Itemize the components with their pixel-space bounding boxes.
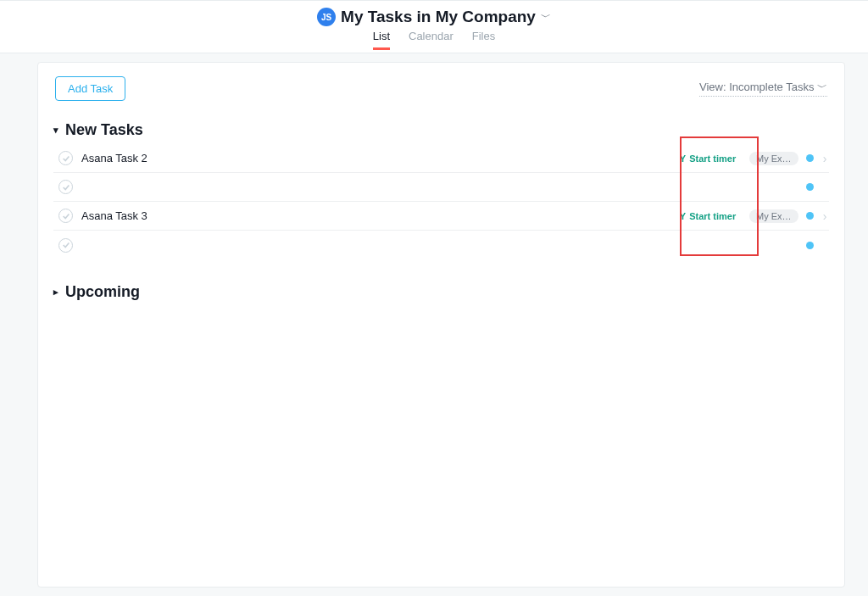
- main-panel: Add Task View: Incomplete Tasks ﹀ ▾ New …: [37, 62, 845, 588]
- view-selector[interactable]: View: Incomplete Tasks ﹀: [699, 81, 827, 97]
- status-dot-col: [805, 212, 814, 220]
- task-row-right: ›: [709, 231, 829, 259]
- task-row[interactable]: Asana Task 2 Y Start timer My Extern... …: [53, 144, 829, 173]
- tab-files[interactable]: Files: [472, 30, 495, 50]
- view-selector-label: View: Incomplete Tasks: [699, 81, 817, 93]
- task-row[interactable]: ›: [53, 231, 829, 259]
- caret-down-icon: ▾: [53, 125, 62, 136]
- task-row-right: Y Start timer My Extern... ›: [673, 144, 829, 172]
- chevron-down-icon: ﹀: [817, 81, 827, 93]
- page-title[interactable]: My Tasks in My Company: [341, 8, 536, 26]
- section-upcoming-header[interactable]: ▸ Upcoming: [53, 283, 829, 301]
- title-row: JS My Tasks in My Company ﹀: [317, 8, 551, 26]
- task-row-right: Y Start timer My Extern... ›: [673, 202, 829, 230]
- chevron-right-icon[interactable]: ›: [821, 152, 829, 165]
- chevron-down-icon[interactable]: ﹀: [541, 10, 551, 25]
- section-title: Upcoming: [65, 283, 140, 301]
- tabs: List Calendar Files: [373, 30, 495, 50]
- status-dot-col: [805, 242, 814, 249]
- complete-toggle[interactable]: [58, 238, 73, 253]
- start-timer-button[interactable]: Y Start timer: [673, 211, 743, 221]
- top-header: JS My Tasks in My Company ﹀ List Calenda…: [0, 0, 868, 53]
- task-row[interactable]: Asana Task 3 Y Start timer My Extern... …: [53, 202, 829, 231]
- status-dot-col: [805, 183, 814, 191]
- new-tasks-list: Asana Task 2 Y Start timer My Extern... …: [53, 144, 829, 259]
- status-dot: [806, 154, 814, 162]
- toolbar: Add Task View: Incomplete Tasks ﹀: [53, 76, 829, 101]
- check-icon: [62, 241, 70, 249]
- avatar[interactable]: JS: [317, 8, 336, 26]
- section-title: New Tasks: [65, 121, 143, 139]
- complete-toggle[interactable]: [58, 151, 73, 165]
- project-pill[interactable]: My Extern...: [749, 209, 798, 223]
- check-icon: [62, 154, 70, 163]
- project-pill[interactable]: My Extern...: [749, 152, 798, 165]
- check-icon: [62, 212, 70, 220]
- start-timer-button[interactable]: Y Start timer: [673, 153, 743, 164]
- caret-right-icon: ▸: [53, 287, 62, 298]
- task-row-right: ›: [709, 173, 829, 201]
- chevron-right-icon[interactable]: ›: [821, 209, 829, 223]
- timer-label: Start timer: [689, 153, 736, 164]
- tab-calendar[interactable]: Calendar: [409, 30, 453, 50]
- add-task-button[interactable]: Add Task: [55, 76, 125, 101]
- complete-toggle[interactable]: [58, 209, 73, 223]
- tab-list[interactable]: List: [373, 30, 390, 50]
- check-icon: [62, 183, 70, 192]
- timer-icon: Y: [680, 211, 686, 221]
- status-dot: [806, 212, 814, 220]
- section-new-tasks-header[interactable]: ▾ New Tasks: [53, 121, 829, 139]
- timer-icon: Y: [680, 153, 686, 164]
- complete-toggle[interactable]: [58, 180, 73, 194]
- task-row[interactable]: ›: [53, 173, 829, 202]
- status-dot: [806, 183, 814, 191]
- status-dot: [806, 242, 814, 249]
- status-dot-col: [805, 154, 814, 162]
- timer-label: Start timer: [689, 211, 736, 221]
